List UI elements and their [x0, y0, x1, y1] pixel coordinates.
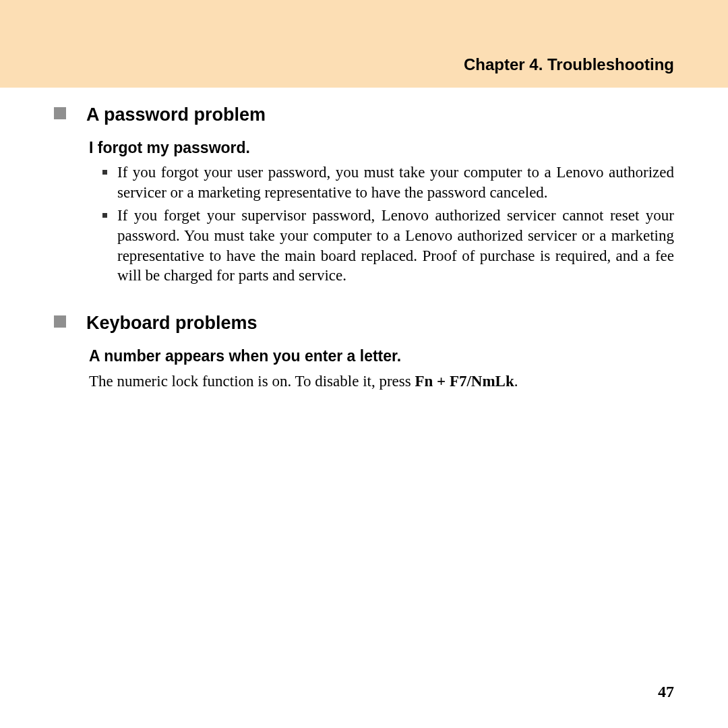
page-content: A password problem I forgot my password.…	[0, 88, 728, 392]
body-suffix: .	[514, 373, 518, 390]
square-bullet-icon	[54, 315, 66, 328]
list-item: If you forget your supervisor password, …	[102, 206, 674, 286]
header-band: Chapter 4. Troubleshooting	[0, 0, 728, 88]
chapter-title: Chapter 4. Troubleshooting	[464, 55, 674, 74]
subsection: A number appears when you enter a letter…	[89, 347, 674, 365]
section-password-problem: A password problem I forgot my password.…	[54, 104, 674, 286]
sub-title: A number appears when you enter a letter…	[89, 347, 674, 365]
subsection: I forgot my password. If you forgot your…	[89, 139, 674, 286]
section-title: Keyboard problems	[86, 313, 257, 334]
body-text: The numeric lock function is on. To disa…	[89, 371, 674, 392]
body-prefix: The numeric lock function is on. To disa…	[89, 373, 415, 390]
bullet-list: If you forgot your user password, you mu…	[102, 162, 674, 286]
sub-title: I forgot my password.	[89, 139, 674, 157]
section-keyboard-problems: Keyboard problems A number appears when …	[54, 313, 674, 392]
section-title: A password problem	[86, 104, 266, 125]
section-head: A password problem	[54, 104, 674, 125]
document-page: Chapter 4. Troubleshooting A password pr…	[0, 0, 728, 728]
list-item: If you forgot your user password, you mu…	[102, 162, 674, 203]
section-head: Keyboard problems	[54, 313, 674, 334]
body-bold: Fn + F7/NmLk	[415, 373, 514, 390]
page-number: 47	[658, 683, 674, 701]
square-bullet-icon	[54, 107, 66, 119]
